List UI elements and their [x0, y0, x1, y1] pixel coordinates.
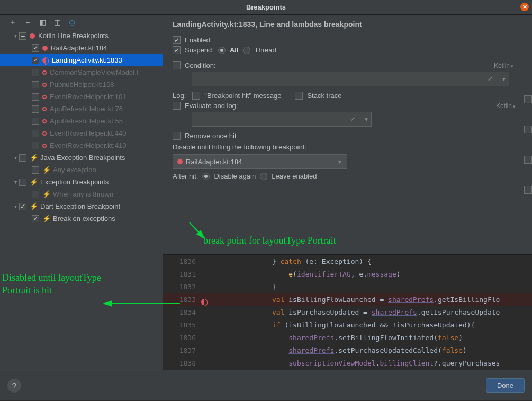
eval-checkbox[interactable]: [173, 102, 181, 110]
code-line: 1830 } catch (e: Exception) {: [163, 255, 532, 268]
caller-filters-checkbox[interactable]: [524, 186, 532, 194]
instance-filters-checkbox[interactable]: [524, 95, 532, 103]
help-button[interactable]: ?: [7, 379, 21, 393]
dropdown-icon[interactable]: ▼: [498, 72, 507, 86]
dropdown-icon[interactable]: ▼: [360, 112, 369, 126]
after-leave-label: Leave enabled: [272, 172, 317, 180]
enabled-label: Enabled: [185, 36, 210, 44]
code-line: 1836 sharedPrefs.setBillingFlowInitiated…: [163, 331, 532, 344]
log-bphit-checkbox[interactable]: [192, 92, 200, 100]
suspend-thread-label: Thread: [255, 46, 276, 54]
breakpoint-tree-panel: ＋ − ◧ ◫ ◎ ▾–Kotlin Line BreakpointsRailA…: [0, 15, 163, 370]
tree-group[interactable]: ▾⚡Exception Breakpoints: [0, 176, 163, 188]
class-filters-checkbox[interactable]: [524, 126, 532, 133]
add-icon[interactable]: ＋: [8, 18, 17, 26]
tree-item[interactable]: ⚡When any is thrown: [0, 188, 163, 200]
group-by-package-icon[interactable]: ◧: [38, 18, 47, 26]
tree-item[interactable]: ⚡Break on exceptions: [0, 212, 163, 225]
tree-group[interactable]: ▾✓⚡Dart Exception Breakpoint: [0, 200, 163, 212]
title-bar: Breakpoints ✕: [0, 0, 532, 15]
code-line: 1838 subscriptionViewModel.billingClient…: [163, 357, 532, 369]
tree-item[interactable]: CommonSampleViewModel.l: [0, 66, 163, 78]
tree-group[interactable]: ▾–Kotlin Line Breakpoints: [0, 30, 163, 42]
tree-item[interactable]: EventRoverHelper.kt:410: [0, 139, 163, 152]
eval-lang[interactable]: Kotlin▾: [496, 102, 516, 110]
eval-label: Evaluate and log:: [185, 102, 238, 110]
tree-item[interactable]: EventRoverHelper.kt:101: [0, 91, 163, 103]
main-panel: ＋ − ◧ ◫ ◎ ▾–Kotlin Line BreakpointsRailA…: [0, 15, 532, 370]
detail-heading: LandingActivity.kt:1833, Line and lambda…: [173, 20, 527, 29]
group-by-type-icon[interactable]: ◎: [68, 18, 76, 26]
disable-until-combo[interactable]: RailAdapter.kt:184 ▼: [173, 154, 347, 169]
condition-lang[interactable]: Kotlin▾: [494, 62, 513, 69]
tree-item[interactable]: LandingActivity.kt:1833: [0, 54, 163, 66]
tree-toolbar: ＋ − ◧ ◫ ◎: [0, 18, 163, 30]
code-line: 1837 sharedPrefs.setPurchaseUpdatedCalle…: [163, 344, 532, 357]
disable-until-value: RailAdapter.kt:184: [186, 158, 242, 166]
log-bphit-label: "Breakpoint hit" message: [204, 92, 281, 100]
tree-group[interactable]: ▾⚡Java Exception Breakpoints: [0, 152, 163, 164]
condition-label: Condition:: [185, 61, 216, 69]
dialog-footer: ? Done: [0, 370, 532, 400]
remove-once-hit-checkbox[interactable]: [173, 132, 181, 140]
tree-item[interactable]: RailAdapter.kt:184: [0, 42, 163, 54]
code-line: 1835 if (isBillingFlowLaunched && !isPur…: [163, 318, 532, 331]
done-button[interactable]: Done: [486, 378, 525, 393]
suspend-all-radio[interactable]: [218, 47, 226, 54]
log-stack-label: Stack trace: [307, 92, 341, 100]
group-by-file-icon[interactable]: ◫: [53, 18, 61, 26]
pass-count-checkbox[interactable]: [524, 156, 532, 164]
log-stack-checkbox[interactable]: [295, 92, 303, 100]
enabled-checkbox[interactable]: [173, 36, 181, 44]
tree-item[interactable]: AppRefreshHelper.kt:76: [0, 103, 163, 115]
tree-item[interactable]: AppRefreshHelper.kt:55: [0, 115, 163, 127]
condition-field[interactable]: ⤢ ▼: [192, 72, 509, 86]
tree-item[interactable]: EventRoverHelper.kt:440: [0, 127, 163, 139]
remove-once-hit-label: Remove once hit: [185, 132, 237, 140]
suspend-all-label: All: [230, 46, 239, 54]
breakpoint-dot-icon: [177, 159, 183, 164]
tree-item[interactable]: ⚡Any exception: [0, 164, 163, 176]
suspend-label: Suspend:: [185, 46, 214, 54]
dropdown-icon[interactable]: ▼: [337, 159, 342, 165]
breakpoint-detail-panel: LandingActivity.kt:1833, Line and lambda…: [163, 15, 532, 370]
remove-icon[interactable]: −: [23, 18, 32, 26]
expand-icon[interactable]: ⤢: [488, 75, 493, 83]
code-line: 1834 val isPurchaseUpdated = sharedPrefs…: [163, 306, 532, 318]
close-icon[interactable]: ✕: [520, 3, 529, 11]
expand-icon[interactable]: ⤢: [350, 115, 355, 123]
breakpoint-tree[interactable]: ▾–Kotlin Line BreakpointsRailAdapter.kt:…: [0, 30, 163, 225]
code-preview[interactable]: 1830 } catch (e: Exception) {1831 e(iden…: [163, 254, 532, 370]
tree-item[interactable]: PubnubHelper.kt:168: [0, 78, 163, 91]
code-line: 1832 }: [163, 280, 532, 293]
after-hit-label: After hit:: [173, 172, 198, 180]
code-line: 1831 e(identifierTAG, e.message): [163, 268, 532, 280]
window-title: Breakpoints: [246, 3, 286, 11]
suspend-checkbox[interactable]: [173, 46, 181, 54]
log-label: Log:: [173, 92, 186, 100]
after-leave-radio[interactable]: [260, 173, 267, 180]
condition-checkbox[interactable]: [173, 61, 181, 69]
after-disable-radio[interactable]: [202, 173, 210, 180]
disable-until-label: Disable until hitting the following brea…: [173, 143, 306, 151]
code-line: 1833 val isBillingFlowLaunched = sharedP…: [163, 293, 532, 306]
after-disable-label: Disable again: [214, 172, 256, 180]
suspend-thread-radio[interactable]: [243, 47, 250, 54]
eval-field[interactable]: ⤢ ▼: [192, 112, 372, 127]
